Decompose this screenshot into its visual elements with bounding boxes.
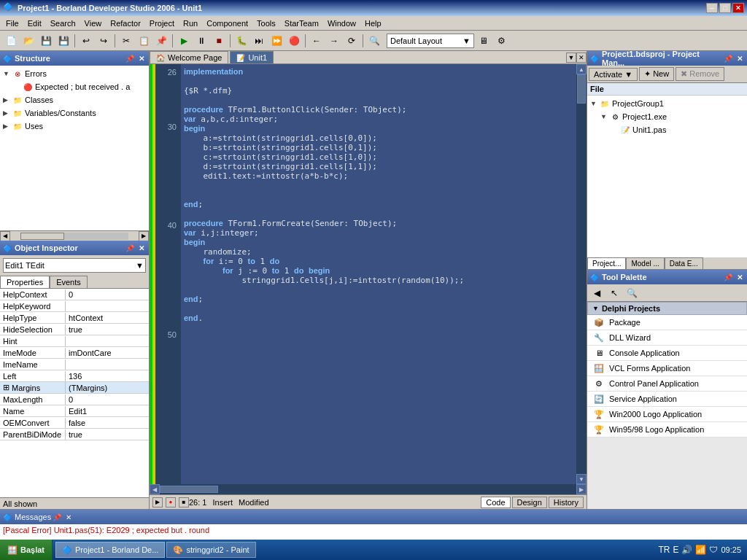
tab-unit1[interactable]: 📝 Unit1 xyxy=(230,51,274,63)
prop-value-imemode[interactable]: imDontCare xyxy=(66,348,149,358)
tb-new-btn[interactable]: 📄 xyxy=(3,33,19,49)
tp-item-win2000[interactable]: 🏆 Win2000 Logo Application xyxy=(587,407,747,422)
menu-window[interactable]: Window xyxy=(323,18,360,29)
hscroll-right-code[interactable]: ▶ xyxy=(576,484,587,494)
prop-maxlength[interactable]: MaxLength 0 xyxy=(0,394,149,405)
tab-history[interactable]: History xyxy=(549,497,584,508)
prop-value-helptype[interactable]: htContext xyxy=(66,313,149,323)
code-editor[interactable]: 26 30 40 xyxy=(150,64,587,484)
menu-tools[interactable]: Tools xyxy=(252,18,280,29)
hscroll-track[interactable] xyxy=(20,233,128,240)
menu-help[interactable]: Help xyxy=(360,18,386,29)
menu-view[interactable]: View xyxy=(80,18,107,29)
play-btn[interactable]: ▶ xyxy=(152,497,163,508)
tb-save-btn[interactable]: 💾 xyxy=(38,33,54,49)
prop-hideselection[interactable]: HideSelection true xyxy=(0,324,149,335)
messages-pin-btn[interactable]: 📌 xyxy=(51,513,63,521)
pm-remove-btn[interactable]: ✖ Remove xyxy=(676,67,724,81)
uses-expand[interactable]: ▶ xyxy=(3,122,12,130)
prop-value-name[interactable]: Edit1 xyxy=(66,406,149,416)
menu-refactor[interactable]: Refactor xyxy=(106,18,145,29)
pm-activate-btn[interactable]: Activate ▼ xyxy=(589,68,638,81)
tb-step2-btn[interactable]: ⏩ xyxy=(268,33,285,49)
pm-close-btn[interactable]: ✕ xyxy=(735,55,744,63)
vscroll-thumb[interactable] xyxy=(577,74,586,104)
pm-pin-btn[interactable]: 📌 xyxy=(722,55,734,63)
stop-square-btn[interactable]: ■ xyxy=(179,497,189,508)
p1-expand[interactable]: ▼ xyxy=(600,113,609,120)
menu-run[interactable]: Run xyxy=(179,18,202,29)
tree-item-errors[interactable]: ▼ ⊗ Errors xyxy=(1,67,147,80)
prop-imemode[interactable]: ImeMode imDontCare xyxy=(0,347,149,359)
tb-open-btn[interactable]: 📂 xyxy=(20,33,36,49)
tb-stop-btn[interactable]: ■ xyxy=(211,33,227,49)
tab-list-btn[interactable]: ▼ xyxy=(566,52,576,63)
inspector-pin-btn[interactable]: 📌 xyxy=(124,244,136,252)
prop-value-imename[interactable] xyxy=(66,364,149,365)
tb-pause-btn[interactable]: ⏸ xyxy=(193,33,209,49)
hscroll-thumb-code[interactable] xyxy=(160,486,218,493)
pg-expand[interactable]: ▼ xyxy=(590,100,599,107)
tb-undo-btn[interactable]: ↩ xyxy=(78,33,94,49)
vscroll-track[interactable] xyxy=(576,74,587,474)
close-button[interactable]: ✕ xyxy=(732,3,744,13)
vars-expand[interactable]: ▶ xyxy=(3,109,12,117)
error-item-1[interactable]: 🔴 Expected ; but received . a xyxy=(12,80,147,93)
tb-paste-btn[interactable]: 📌 xyxy=(153,33,169,49)
menu-search[interactable]: Search xyxy=(46,18,80,29)
tb-redo-btn[interactable]: ↪ xyxy=(96,33,112,49)
taskbar-item-paint[interactable]: 🎨 stringgrid2 - Paint xyxy=(166,542,255,558)
tp-section-delphi[interactable]: ▼ Delphi Projects xyxy=(587,302,747,315)
tp-pin-btn[interactable]: 📌 xyxy=(722,273,734,281)
inspector-close-btn[interactable]: ✕ xyxy=(137,244,146,252)
vscroll-down[interactable]: ▼ xyxy=(576,474,587,484)
tab-welcome-page[interactable]: 🏠 Welcome Page xyxy=(150,51,228,63)
tree-item-classes[interactable]: ▶ 📁 Classes xyxy=(1,93,147,106)
tp-item-dll[interactable]: 🔧 DLL Wizard xyxy=(587,330,747,346)
pm-tab-project[interactable]: Project... xyxy=(587,257,626,269)
menu-edit[interactable]: Edit xyxy=(23,18,46,29)
tp-item-controlpanel[interactable]: ⚙ Control Panel Application xyxy=(587,376,747,392)
hscroll-right[interactable]: ▶ xyxy=(139,231,149,241)
prop-value-hint[interactable] xyxy=(66,341,149,342)
code-content[interactable]: implementation {$R *.dfm} procedure TFor… xyxy=(181,64,576,484)
prop-helptype[interactable]: HelpType htContext xyxy=(0,312,149,324)
tb-hist-btn[interactable]: ⟳ xyxy=(344,33,360,49)
tb-extra1-btn[interactable]: 🖥 xyxy=(476,33,492,49)
layout-dropdown[interactable]: Default Layout ▼ xyxy=(387,34,474,48)
hscroll-thumb[interactable] xyxy=(20,233,64,240)
prop-oemconvert[interactable]: OEMConvert false xyxy=(0,417,149,429)
vscroll-up[interactable]: ▲ xyxy=(576,64,587,74)
tab-properties[interactable]: Properties xyxy=(0,276,50,288)
tp-item-service[interactable]: 🔄 Service Application xyxy=(587,392,747,407)
prop-value-margins[interactable]: (TMargins) xyxy=(66,383,149,393)
pm-new-btn[interactable]: ✦ New xyxy=(639,67,674,81)
minimize-button[interactable]: ─ xyxy=(706,3,718,13)
pm-projectgroup[interactable]: ▼ 📁 ProjectGroup1 xyxy=(589,97,746,110)
prop-helpcontext[interactable]: HelpContext 0 xyxy=(0,289,149,300)
tb-debug-btn[interactable]: 🐛 xyxy=(233,33,249,49)
editor-vscrollbar[interactable]: ▲ ▼ xyxy=(576,64,587,484)
tb-step-btn[interactable]: ⏭ xyxy=(251,33,267,49)
tree-item-variables[interactable]: ▶ 📁 Variables/Constants xyxy=(1,106,147,120)
prop-value-maxlength[interactable]: 0 xyxy=(66,394,149,405)
pm-tab-model[interactable]: Model ... xyxy=(626,257,664,269)
tab-design[interactable]: Design xyxy=(512,497,547,508)
prop-value-oemconvert[interactable]: false xyxy=(66,418,149,428)
stop-dot-btn[interactable]: ● xyxy=(166,497,176,508)
tb-back-btn[interactable]: ← xyxy=(309,33,325,49)
prop-helpkeyword[interactable]: HelpKeyword xyxy=(0,300,149,312)
tp-item-win9598[interactable]: 🏆 Win95/98 Logo Application xyxy=(587,422,747,438)
prop-value-parentbidimode[interactable]: true xyxy=(66,429,149,440)
classes-expand[interactable]: ▶ xyxy=(3,96,12,104)
tb-search-btn[interactable]: 🔍 xyxy=(366,33,382,49)
prop-margins[interactable]: ⊞ Margins (TMargins) xyxy=(0,382,149,394)
tp-cursor-btn[interactable]: ↖ xyxy=(606,285,622,301)
tp-item-package[interactable]: 📦 Package xyxy=(587,315,747,330)
tb-copy-btn[interactable]: 📋 xyxy=(136,33,152,49)
start-button[interactable]: 🪟 Başlat xyxy=(0,540,53,560)
tb-breakpt-btn[interactable]: 🔴 xyxy=(286,33,302,49)
messages-close-btn[interactable]: ✕ xyxy=(64,513,73,521)
errors-expand[interactable]: ▼ xyxy=(3,70,12,77)
prop-value-hideselection[interactable]: true xyxy=(66,324,149,335)
